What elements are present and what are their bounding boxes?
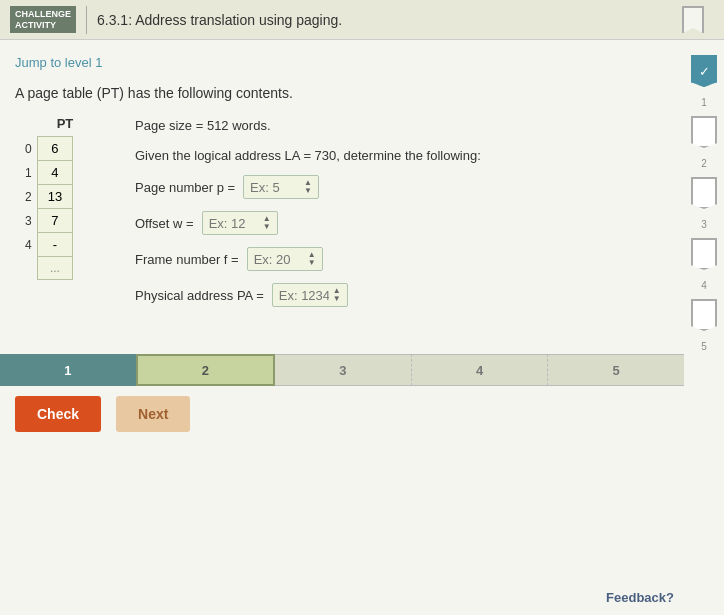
progress-segment-5[interactable]: 5 xyxy=(548,354,684,386)
offset-row: Offset w = ▲ ▼ xyxy=(135,211,634,235)
progress-segment-2[interactable]: 2 xyxy=(136,354,276,386)
page-number-down-arrow[interactable]: ▼ xyxy=(304,187,312,195)
next-button[interactable]: Next xyxy=(116,396,190,432)
page-number-input[interactable] xyxy=(250,180,300,195)
level-2-badge[interactable] xyxy=(691,116,717,148)
level-3-badge[interactable] xyxy=(691,177,717,209)
page-size-text: Page size = 512 words. xyxy=(135,116,634,136)
pt-label: PT xyxy=(15,116,115,131)
row-index-0: 0 xyxy=(15,137,37,161)
offset-input[interactable] xyxy=(209,216,259,231)
table-row: 4 - xyxy=(15,233,73,257)
row-value-1: 4 xyxy=(37,161,72,185)
row-index-1: 1 xyxy=(15,161,37,185)
frame-number-spinner[interactable]: ▲ ▼ xyxy=(247,247,323,271)
table-row: 3 7 xyxy=(15,209,73,233)
checkmark-icon: ✓ xyxy=(699,64,710,79)
row-index-dots xyxy=(15,257,37,280)
content-columns: PT 0 6 1 4 2 13 3 7 4 xyxy=(15,116,634,319)
table-row: 2 13 xyxy=(15,185,73,209)
physical-address-arrows: ▲ ▼ xyxy=(333,287,341,303)
table-row: ... xyxy=(15,257,73,280)
frame-number-arrows: ▲ ▼ xyxy=(308,251,316,267)
jump-to-level-link[interactable]: Jump to level 1 xyxy=(15,55,634,70)
level-3-num: 3 xyxy=(701,219,707,230)
level-1-badge[interactable]: ✓ xyxy=(691,55,717,87)
buttons-row: Check Next xyxy=(0,396,724,432)
frame-number-down-arrow[interactable]: ▼ xyxy=(308,259,316,267)
offset-spinner[interactable]: ▲ ▼ xyxy=(202,211,278,235)
check-button[interactable]: Check xyxy=(15,396,101,432)
intro-text: A page table (PT) has the following cont… xyxy=(15,85,634,101)
frame-number-label: Frame number f = xyxy=(135,252,239,267)
challenge-badge: CHALLENGE ACTIVITY xyxy=(10,6,76,34)
progress-bar: 1 2 3 4 5 xyxy=(0,354,684,386)
frame-number-row: Frame number f = ▲ ▼ xyxy=(135,247,634,271)
level-5-num: 5 xyxy=(701,341,707,352)
table-row: 0 6 xyxy=(15,137,73,161)
physical-address-label: Physical address PA = xyxy=(135,288,264,303)
main-content: Jump to level 1 A page table (PT) has th… xyxy=(0,40,684,334)
row-index-4: 4 xyxy=(15,233,37,257)
row-value-2: 13 xyxy=(37,185,72,209)
progress-segment-1[interactable]: 1 xyxy=(0,354,136,386)
level-4-badge[interactable] xyxy=(691,238,717,270)
page-number-arrows: ▲ ▼ xyxy=(304,179,312,195)
row-value-0: 6 xyxy=(37,137,72,161)
row-index-3: 3 xyxy=(15,209,37,233)
level-4-num: 4 xyxy=(701,280,707,291)
row-value-dots: ... xyxy=(37,257,72,280)
page-number-spinner[interactable]: ▲ ▼ xyxy=(243,175,319,199)
physical-address-down-arrow[interactable]: ▼ xyxy=(333,295,341,303)
page-table: 0 6 1 4 2 13 3 7 4 - xyxy=(15,136,73,280)
page-number-label: Page number p = xyxy=(135,180,235,195)
physical-address-row: Physical address PA = ▲ ▼ xyxy=(135,283,634,307)
offset-down-arrow[interactable]: ▼ xyxy=(263,223,271,231)
row-index-2: 2 xyxy=(15,185,37,209)
level-2-num: 2 xyxy=(701,158,707,169)
progress-segment-4[interactable]: 4 xyxy=(412,354,549,386)
row-value-4: - xyxy=(37,233,72,257)
physical-address-input[interactable] xyxy=(279,288,329,303)
progress-segment-3[interactable]: 3 xyxy=(275,354,412,386)
level-1-num: 1 xyxy=(701,97,707,108)
feedback-link[interactable]: Feedback? xyxy=(606,590,674,605)
level-sidebar: ✓ 1 2 3 4 5 xyxy=(684,0,724,615)
progress-bar-section: 1 2 3 4 5 xyxy=(0,354,684,386)
offset-arrows: ▲ ▼ xyxy=(263,215,271,231)
right-panel: Page size = 512 words. Given the logical… xyxy=(135,116,634,319)
table-row: 1 4 xyxy=(15,161,73,185)
level-5-badge[interactable] xyxy=(691,299,717,331)
header: CHALLENGE ACTIVITY 6.3.1: Address transl… xyxy=(0,0,724,40)
frame-number-input[interactable] xyxy=(254,252,304,267)
offset-label: Offset w = xyxy=(135,216,194,231)
physical-address-spinner[interactable]: ▲ ▼ xyxy=(272,283,348,307)
page-table-section: PT 0 6 1 4 2 13 3 7 4 xyxy=(15,116,115,280)
row-value-3: 7 xyxy=(37,209,72,233)
page-title: 6.3.1: Address translation using paging. xyxy=(97,12,682,28)
header-divider xyxy=(86,6,87,34)
logical-address-text: Given the logical address LA = 730, dete… xyxy=(135,146,634,166)
page-number-row: Page number p = ▲ ▼ xyxy=(135,175,634,199)
